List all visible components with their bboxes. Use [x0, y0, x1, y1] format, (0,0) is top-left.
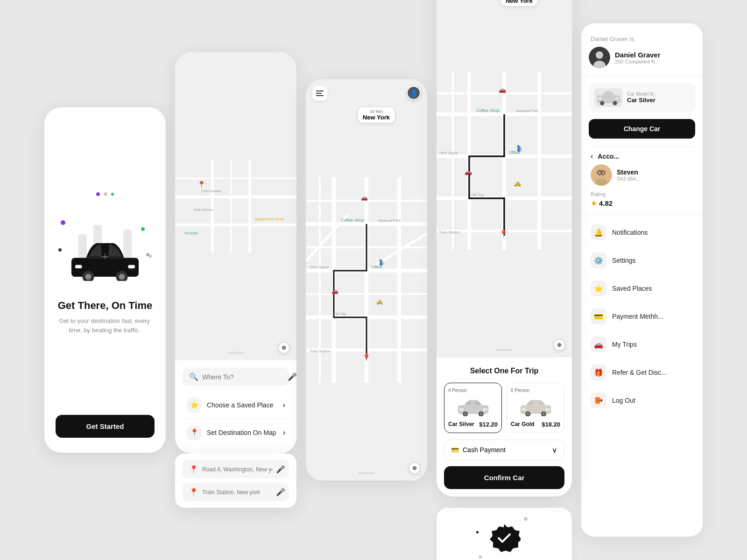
saved-place-row[interactable]: ⭐ Choose a Saved Place ›	[183, 392, 289, 419]
search-input[interactable]	[202, 373, 284, 381]
car-silver-name: Car Silver	[448, 421, 474, 427]
search-map: Train Station Department Store Hospital …	[175, 52, 296, 360]
main-map-svg: Coffee Shop Office Time Squre National P…	[306, 79, 427, 481]
to-input-bar[interactable]: 📍 🎤	[183, 483, 289, 501]
svg-text:Time Squre: Time Squre	[310, 265, 329, 269]
sidebar-item-settings[interactable]: ⚙️ Settings	[581, 246, 703, 274]
car-silver-option[interactable]: 4 Person	[444, 383, 502, 433]
sidebar-item-notifications[interactable]: 🔔 Notifications	[581, 218, 703, 246]
car-model-label: Car Model N...	[627, 91, 657, 97]
rating-label: Rating	[591, 191, 693, 197]
car-gold-option[interactable]: 6 Person	[507, 383, 564, 433]
time-badge: 10 Min New York	[358, 107, 395, 123]
header-hint-text: Daniel Graver is	[591, 35, 634, 42]
car-silver-persons: 4 Person	[448, 388, 498, 393]
success-badge-icon	[488, 522, 521, 554]
car-gold-price: $18.20	[542, 421, 560, 428]
select-scroll-bar	[496, 349, 513, 351]
svg-text:Train Station: Train Station	[201, 189, 222, 193]
account-driver-text: Steven S42 654...	[617, 168, 640, 182]
mic-icon[interactable]: 🎤	[288, 372, 296, 381]
map-pin-icon-circle: 📍	[186, 425, 202, 441]
svg-text:Coffee Shop: Coffee Shop	[341, 218, 364, 223]
svg-rect-80	[459, 408, 463, 410]
hamburger-button[interactable]	[312, 86, 327, 101]
driver-profile-info: Daniel Graver 250 Completed R...	[615, 51, 661, 64]
search-sheet: 🔍 🎤 ⭐ Choose a Saved Place › 📍 Set Desti…	[175, 360, 296, 454]
set-destination-row[interactable]: 📍 Set Destination On Map ›	[183, 419, 289, 446]
chevron-right-dest: ›	[283, 428, 285, 437]
car-gold-svg	[518, 399, 553, 416]
driver-avatar	[589, 47, 610, 68]
rating-value-row: ★ 4.82	[591, 199, 693, 208]
svg-text:📍: 📍	[362, 353, 371, 362]
city-label: New York	[363, 114, 390, 121]
sidebar-item-saved-places[interactable]: ⭐ Saved Places	[581, 274, 703, 302]
car-select-sheet: Select One For Trip 4 Person	[437, 357, 572, 497]
payment-row[interactable]: 💳 Cash Payment ∨	[444, 440, 564, 461]
change-car-button[interactable]: Change Car	[589, 119, 695, 139]
driver-completed: 250 Completed R...	[615, 59, 661, 64]
sidebar-item-refer[interactable]: 🎁 Refer & Get Disc...	[581, 358, 703, 386]
star-icon-circle: ⭐	[186, 397, 202, 413]
refer-icon-circle: 🎁	[591, 364, 606, 380]
sidebar-header-hint: Daniel Graver is	[581, 35, 703, 47]
svg-point-89	[596, 51, 603, 59]
to-mic-icon[interactable]: 🎤	[276, 488, 285, 497]
svg-text:Hell Kitchen: Hell Kitchen	[194, 208, 214, 212]
car-silver-price: $12.20	[479, 421, 498, 428]
search-screen: Train Station Department Store Hospital …	[175, 52, 296, 454]
dot-2	[104, 192, 107, 196]
car-model-name: Car Silver	[627, 97, 657, 104]
svg-point-4	[85, 274, 92, 280]
svg-text:Hill Top: Hill Top	[334, 312, 346, 316]
map-scroll-bar	[358, 472, 375, 474]
crosshair-button[interactable]: ⊕	[278, 342, 290, 354]
rating-section: Rating ★ 4.82	[581, 191, 703, 215]
onboard-indicators	[96, 192, 114, 196]
account-driver-name: Steven	[617, 168, 640, 176]
crosshair-map[interactable]: ⊕	[409, 462, 421, 474]
svg-text:Department Store: Department Store	[254, 217, 284, 221]
svg-rect-79	[483, 408, 487, 410]
car-silver-image	[448, 396, 498, 419]
success-dot-3	[476, 531, 479, 533]
search-icon: 🔍	[189, 372, 198, 381]
car-illustration	[56, 211, 154, 281]
get-started-button[interactable]: Get Started	[56, 415, 155, 438]
sidebar-item-logout[interactable]: Log Out	[581, 386, 703, 414]
svg-text:Train Station: Train Station	[310, 349, 331, 353]
account-label: Acco...	[598, 153, 619, 160]
svg-rect-86	[545, 408, 550, 410]
sidebar-item-payment[interactable]: 💳 Payment Methh...	[581, 302, 703, 330]
scroll-bar	[227, 352, 244, 354]
search-map-svg: Train Station Department Store Hospital …	[175, 52, 296, 360]
logout-icon-circle	[591, 392, 606, 408]
user-avatar-pin[interactable]: 👤	[407, 86, 421, 100]
from-mic-icon[interactable]: 🎤	[276, 465, 285, 474]
select-success-container: Coffee Shop Office Time Squre National P…	[437, 0, 572, 560]
sidebar-item-my-trips[interactable]: 🚗 My Trips	[581, 330, 703, 358]
confirm-car-button[interactable]: Confirm Car	[444, 466, 564, 489]
logout-label: Log Out	[612, 397, 635, 404]
onboarding-screen: Get There, On Time Get to your destinati…	[44, 107, 166, 453]
from-input[interactable]	[202, 466, 272, 473]
time-label: 10 Min	[363, 109, 390, 114]
float-dot-gray2	[149, 255, 152, 258]
from-input-bar[interactable]: 📍 🎤	[183, 460, 289, 478]
settings-icon-circle: ⚙️	[591, 252, 606, 268]
car-svg	[63, 235, 147, 281]
trips-icon-circle: 🚗	[591, 336, 606, 352]
float-dot-green	[141, 227, 145, 231]
to-input[interactable]	[202, 489, 272, 496]
svg-rect-95	[598, 98, 601, 99]
svg-text:Hospital: Hospital	[184, 231, 198, 235]
search-bar[interactable]: 🔍 🎤	[183, 368, 289, 386]
dot-1	[96, 192, 100, 196]
select-crosshair[interactable]: ⊕	[553, 339, 565, 351]
svg-text:National Park: National Park	[378, 218, 401, 223]
back-arrow-icon[interactable]: ‹	[591, 152, 593, 161]
wallet-icon: 💳	[451, 446, 459, 454]
dot-3	[111, 193, 114, 196]
float-dot-purple	[61, 220, 65, 225]
